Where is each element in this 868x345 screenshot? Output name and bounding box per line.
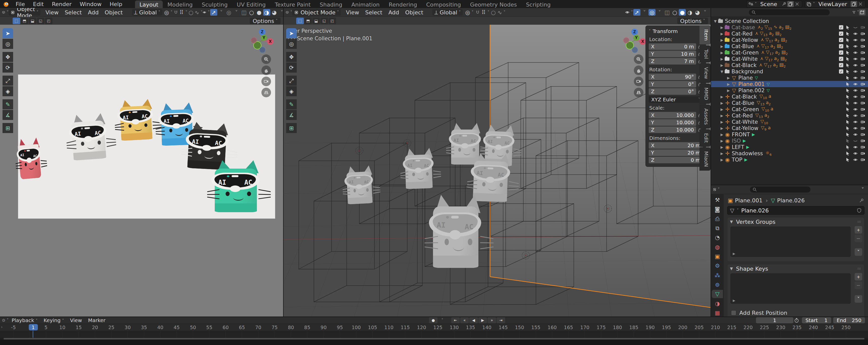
timeline-menu-marker[interactable]: Marker bbox=[85, 317, 108, 323]
hide-viewport-toggle[interactable] bbox=[852, 95, 859, 99]
select-mode-select-box[interactable]: ⬒ bbox=[304, 18, 312, 24]
hide-viewport-toggle[interactable] bbox=[852, 107, 859, 112]
selectable-toggle[interactable] bbox=[845, 69, 851, 74]
orientation-dropdown[interactable]: ⟂Global˅ bbox=[432, 9, 463, 15]
properties-tab-material[interactable]: ◑ bbox=[712, 299, 723, 307]
hide-viewport-toggle[interactable] bbox=[852, 113, 859, 118]
viewport-menu-add[interactable]: Add bbox=[85, 9, 102, 15]
selectable-toggle[interactable] bbox=[845, 126, 851, 131]
editor-type-button[interactable]: ˅ bbox=[2, 9, 8, 15]
timeline-editor-type-icon[interactable]: ˅ bbox=[2, 317, 8, 323]
unlink-scene-button[interactable]: ✕ bbox=[794, 1, 800, 7]
gizmo-dropdown-chevron[interactable]: ˅ bbox=[218, 9, 225, 15]
hide-viewport-toggle[interactable] bbox=[852, 158, 859, 162]
exclude-checkbox[interactable]: ✓ bbox=[839, 57, 843, 61]
outliner-search-input[interactable] bbox=[749, 9, 830, 15]
workspace-tab-geometry-nodes[interactable]: Geometry Nodes bbox=[466, 0, 522, 8]
proportional-falloff-button[interactable]: ∿˅ bbox=[497, 9, 505, 15]
tool-annotate[interactable]: ✎ bbox=[2, 99, 13, 109]
play-button[interactable]: ▶ bbox=[478, 317, 487, 323]
overlay-dropdown-chevron[interactable]: ˅ bbox=[656, 9, 663, 15]
gizmo-axis-x-negative[interactable] bbox=[251, 37, 257, 43]
selectable-toggle[interactable] bbox=[845, 57, 851, 61]
gizmo-axis-x[interactable]: X bbox=[640, 38, 646, 45]
outliner-object-left[interactable]: ▶◉LEFT▶ bbox=[711, 144, 868, 150]
outliner-collection-cat-yellow[interactable]: ▶Cat-Yellow⋏ ▽17 a2 ▤2✓ bbox=[711, 37, 868, 43]
editor-type-button[interactable]: ˅ bbox=[286, 9, 292, 15]
shading-wireframe-button[interactable]: ○ bbox=[671, 9, 678, 15]
menu-render[interactable]: Render bbox=[48, 0, 75, 8]
panel-grip-icon[interactable] bbox=[857, 219, 862, 224]
view-layer-selector[interactable]: ˅ ViewLayer ✕ bbox=[805, 0, 866, 7]
tool-select-box[interactable]: ➤ bbox=[2, 28, 13, 38]
properties-tab-object-data[interactable]: ▽ bbox=[712, 290, 723, 298]
gizmo-axis-y[interactable]: Y bbox=[261, 35, 267, 41]
outliner-collection-cat-white[interactable]: ▶Cat-White⋏ ▽17 a2 ▤2✓ bbox=[711, 56, 868, 62]
selectable-toggle[interactable] bbox=[845, 120, 851, 124]
mode-dropdown[interactable]: Object Mode˅ bbox=[292, 9, 341, 15]
scale-z-field[interactable]: Z10.000 bbox=[649, 127, 696, 133]
tool-cursor[interactable]: ◎ bbox=[286, 39, 297, 49]
selectable-toggle[interactable] bbox=[845, 158, 851, 162]
disable-render-toggle[interactable] bbox=[860, 158, 866, 162]
tool-cursor[interactable]: ◎ bbox=[2, 39, 13, 49]
disable-render-toggle[interactable] bbox=[860, 82, 866, 87]
pivot-point-button[interactable]: ◎˅ bbox=[165, 9, 172, 15]
selectable-toggle[interactable] bbox=[845, 63, 851, 68]
disable-render-toggle[interactable] bbox=[860, 63, 866, 68]
gizmo-axis-z[interactable]: Z bbox=[631, 29, 638, 35]
hide-viewport-toggle[interactable] bbox=[852, 63, 859, 68]
cat-teal[interactable]: AIAC bbox=[213, 160, 265, 212]
viewport-menu-object[interactable]: Object bbox=[402, 9, 427, 15]
gizmo-axis-y[interactable]: Y bbox=[633, 35, 640, 41]
outliner-collection-cat-blue[interactable]: ▶Cat-Blue⋏ ▽17 a2 ▤2✓ bbox=[711, 43, 868, 49]
sidebar-tab-mmd[interactable]: MMD bbox=[700, 84, 711, 104]
exclude-checkbox[interactable]: ✓ bbox=[839, 50, 843, 55]
add-vertex-group-button[interactable]: ＋ bbox=[855, 226, 862, 234]
disable-render-toggle[interactable] bbox=[860, 25, 866, 30]
selectable-toggle[interactable] bbox=[845, 44, 851, 49]
new-scene-button[interactable] bbox=[787, 1, 794, 7]
selectable-toggle[interactable] bbox=[845, 151, 851, 156]
exclude-checkbox[interactable]: ✓ bbox=[839, 32, 843, 36]
pin-icon[interactable] bbox=[781, 1, 787, 7]
timeline-menu-view[interactable]: View bbox=[67, 317, 85, 323]
mesh-name-field[interactable]: ▽ ˅ Plane.026 bbox=[727, 206, 865, 215]
shading-rendered-button[interactable]: ◕ bbox=[694, 9, 701, 15]
remove-shape-key-button[interactable]: − bbox=[855, 281, 862, 289]
tool-transform[interactable]: ◈ bbox=[2, 86, 13, 96]
viewport-menu-add[interactable]: Add bbox=[385, 9, 402, 15]
disable-render-toggle[interactable] bbox=[860, 113, 866, 118]
previous-keyframe-button[interactable]: « bbox=[460, 317, 469, 323]
viewport-menu-view[interactable]: View bbox=[343, 9, 362, 15]
gizmo-axis-z[interactable]: Z bbox=[259, 29, 266, 35]
tool-add-cube[interactable]: ⊞ bbox=[286, 123, 297, 133]
expand-icon[interactable]: ▶ bbox=[719, 139, 725, 143]
collapse-icon[interactable]: ▼ bbox=[719, 70, 725, 74]
remove-view-layer-button[interactable]: ✕ bbox=[857, 1, 864, 7]
next-keyframe-button[interactable]: » bbox=[488, 317, 496, 323]
disable-render-toggle[interactable] bbox=[860, 57, 866, 61]
hide-viewport-toggle[interactable] bbox=[852, 120, 859, 124]
viewport-menu-select[interactable]: Select bbox=[62, 9, 85, 15]
disable-render-toggle[interactable] bbox=[860, 139, 866, 143]
shading-wireframe-button[interactable]: ○ bbox=[248, 9, 255, 15]
object-visibility-dropdown[interactable]: ˅ bbox=[203, 9, 210, 15]
tool-annotate[interactable]: ✎ bbox=[286, 99, 297, 109]
selectable-toggle[interactable] bbox=[845, 50, 851, 55]
scene-name[interactable]: Scene bbox=[757, 1, 781, 7]
new-collection-button[interactable] bbox=[859, 9, 866, 15]
scale-x-field[interactable]: X10.000 bbox=[649, 112, 696, 118]
expand-icon[interactable]: ▶ bbox=[719, 120, 725, 124]
orientation-dropdown[interactable]: ⟂Global˅ bbox=[132, 9, 162, 15]
expand-icon[interactable]: ▶ bbox=[719, 101, 725, 105]
outliner-object-plane-001[interactable]: ▶▽Plane.001▽ bbox=[711, 81, 868, 87]
properties-tab-texture[interactable]: ▦ bbox=[712, 309, 723, 317]
disable-render-toggle[interactable] bbox=[860, 69, 866, 74]
disable-render-toggle[interactable] bbox=[860, 132, 866, 137]
viewport-menu-view[interactable]: View bbox=[42, 9, 62, 15]
disable-render-toggle[interactable] bbox=[860, 95, 866, 99]
viewport-pan-button[interactable] bbox=[261, 66, 271, 75]
menu-help[interactable]: Help bbox=[106, 0, 126, 8]
properties-options-chevron[interactable]: ˅ bbox=[860, 186, 866, 193]
